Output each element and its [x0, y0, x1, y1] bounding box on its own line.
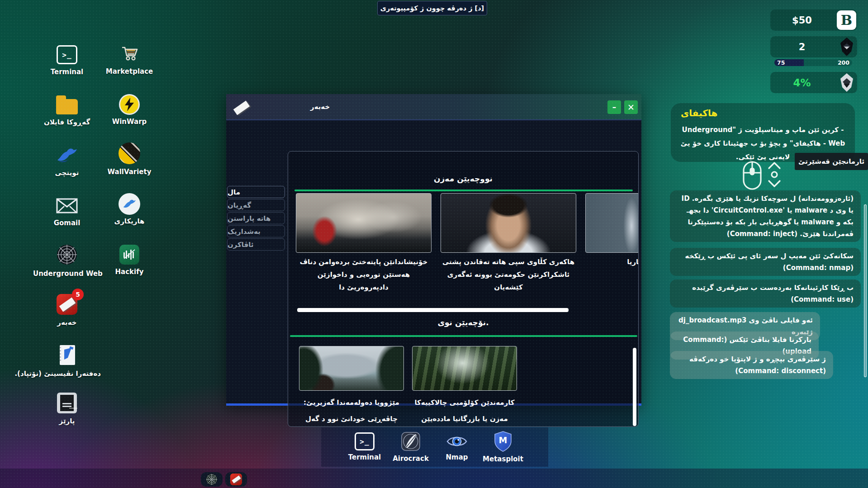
horizontal-scrollbar[interactable]: [297, 308, 569, 312]
icon-label: تويتچى: [33, 169, 101, 177]
tutorial-scrollbar[interactable]: [864, 204, 867, 377]
icon-label: خەبەر: [33, 318, 101, 327]
desktop-icon-terminal[interactable]: >_ Terminal: [33, 43, 101, 76]
coin-letter: B: [841, 12, 852, 28]
news-window: خەبەر – ✕ مال گەڕيان هاتە پاراستن بەشدار…: [226, 94, 641, 406]
tutorial-title: هاكيفاى: [681, 108, 717, 118]
desktop-icon-marketplace[interactable]: Marketplace: [95, 42, 163, 76]
tab-search[interactable]: گەڕيان: [227, 199, 285, 211]
article-caption: مێژوويا دەولەمەندا گەزيريێ: چاڤەڕێى خودا…: [299, 394, 404, 427]
taskbar-item-underground-web[interactable]: [201, 472, 223, 487]
icon-label: Underground Web: [33, 270, 101, 278]
desktop-icon-notepad[interactable]: دەفتەرا نڤيسينێ (نۆتپاد).: [33, 344, 101, 378]
dock-label: Terminal: [340, 453, 389, 461]
equalizer-bars-icon: [118, 243, 141, 266]
news-app-icon: [231, 97, 251, 117]
app-dock: >_ Terminal Airocrack Nmap M Metasploit: [321, 427, 548, 467]
icon-label: Terminal: [33, 68, 101, 76]
desktop-icon-gomail[interactable]: Gomail: [33, 194, 101, 227]
dock-item-metasploit[interactable]: M Metasploit: [478, 431, 528, 463]
window-titlebar[interactable]: خەبەر – ✕: [226, 94, 641, 120]
xp-progressbar: 75 200: [774, 59, 852, 66]
article-card[interactable]: مێژوويا دەولەمەندا گەزيريێ: چاڤەڕێى خودا…: [299, 346, 404, 427]
dock-item-airocrack[interactable]: Airocrack: [386, 431, 436, 463]
tab-saved[interactable]: هاتە پاراستن: [227, 212, 285, 224]
desktop-icon-helper[interactable]: هاريكارى: [95, 193, 163, 225]
lightning-icon: [118, 93, 141, 116]
wallpaper-app-icon: [118, 142, 141, 165]
taskbar: [0, 469, 868, 488]
feather-icon: [400, 431, 421, 452]
svg-text:M: M: [499, 435, 508, 445]
article-image-profile: [585, 193, 639, 253]
shield-m-icon: M: [493, 431, 513, 452]
desktop-icon-file-explorer[interactable]: گەڕوکا فايلان: [33, 93, 101, 126]
desktop-icon-wallvariety[interactable]: WallVariety: [95, 142, 163, 176]
hummingbird-icon: [118, 193, 141, 215]
news-feed-panel: نووچەيێن مەزن خۆنيشاندانێن پايتەختێ بردە…: [288, 151, 639, 427]
article-image-island: [299, 346, 404, 391]
icon-label: پارێز: [33, 417, 101, 425]
article-card[interactable]: هاكەرى كڵاوى سپى هاتە تەقاندن پشتى ئاشكر…: [441, 193, 576, 294]
level-value: 2: [770, 36, 834, 57]
section-divider: [290, 335, 637, 337]
step-inject: (ئارەزوومەندانە) ل سوچەكا نزيك يا هێزى ب…: [670, 190, 861, 242]
tab-create[interactable]: ئاڤاكرن: [227, 238, 285, 251]
section-title-big-news: نووچەيێن مەزن: [288, 174, 638, 183]
tab-participate[interactable]: بەشداريک: [227, 225, 285, 237]
spider-web-icon: [205, 473, 218, 486]
article-card[interactable]: رسڤا تۆمەتباريا: [585, 193, 639, 268]
notepad-icon: [56, 344, 78, 366]
icon-label: Gomail: [33, 219, 101, 227]
article-card[interactable]: خۆنيشاندانێن پايتەختێ بردەوامن دناڤ هەست…: [296, 193, 432, 294]
desktop-icon-twitchy[interactable]: تويتچى: [33, 144, 101, 177]
skill-card: 4%: [770, 72, 857, 93]
dock-label: Nmap: [432, 453, 482, 461]
article-caption: خۆنيشاندانێن پايتەختێ بردەوامن دناڤ هەست…: [296, 256, 432, 294]
window-body: مال گەڕيان هاتە پاراستن بەشداريک ئاڤاكرن…: [226, 120, 641, 403]
desktop-icon-news[interactable]: 5 خەبەر: [33, 293, 101, 327]
article-image-protest: [296, 193, 432, 253]
icon-label: Marketplace: [95, 67, 163, 76]
section-title-new-news: نۆچەيێن نوى.: [288, 318, 638, 327]
dock-item-terminal[interactable]: >_ Terminal: [340, 431, 389, 461]
article-card[interactable]: كارمەندێن كۆلۆمبى چالاكييەكا مەزن يا باز…: [412, 346, 517, 427]
icon-label: دەفتەرا نڤيسينێ (نۆتپاد).: [33, 370, 101, 378]
xp-current: 75: [777, 59, 785, 66]
icon-label: WinWarp: [95, 118, 163, 126]
taskbar-item-news[interactable]: [225, 472, 247, 487]
desktop-icon-parez[interactable]: پارێز: [33, 392, 101, 425]
skill-value: 4%: [770, 72, 834, 93]
dock-item-nmap[interactable]: Nmap: [432, 431, 482, 461]
article-caption: هاكەرى كڵاوى سپى هاتە تەقاندن پشتى ئاشكر…: [441, 256, 576, 294]
exit-computer-hint: [د] ژ دەرڤە چوون ژ كۆمپيوتەرى: [377, 1, 487, 15]
notification-badge: 5: [72, 289, 84, 300]
news-app-icon: 5: [56, 293, 78, 316]
minimize-button[interactable]: –: [607, 100, 621, 114]
dock-label: Metasploit: [478, 455, 528, 463]
desktop-icon-hackify[interactable]: Hackify: [95, 243, 163, 276]
terminal-icon: >_: [354, 431, 375, 452]
icon-label: گەڕوکا فايلان: [33, 118, 101, 126]
tab-home[interactable]: مال: [227, 186, 285, 198]
folder-icon: [56, 93, 78, 116]
shopping-cart-icon: [118, 42, 141, 64]
window-title: خەبەر: [310, 94, 330, 119]
mouse-scroll-hint-icon: [736, 160, 787, 191]
game-desktop: [د] ژ دەرڤە چوون ژ كۆمپيوتەرى $50 B 2 75…: [0, 0, 868, 488]
vertical-scrollbar[interactable]: [633, 348, 636, 426]
close-button[interactable]: ✕: [624, 100, 638, 114]
step-disconnect: ژ سێرڤەرى بپچڕە و ژ لاپتۆپا خو دەركەڤە (…: [670, 351, 833, 379]
desktop-icon-winwarp[interactable]: WinWarp: [95, 93, 163, 126]
article-image-forest: [412, 346, 517, 391]
section-divider: [294, 190, 633, 191]
spider-web-icon: [56, 243, 78, 266]
hidden-objectives-tooltip: ئارمانجێن قەشێرتێ: [795, 153, 868, 170]
desktop-icon-underground-web[interactable]: Underground Web: [33, 243, 101, 278]
icon-label: Hackify: [95, 268, 163, 276]
coin-icon: B: [837, 10, 856, 30]
step-use: ب ڕێكا كارئينانەكا بەردەست ب سێرڤەرى گرێ…: [670, 280, 861, 308]
level-card: 2: [770, 36, 857, 57]
step-nmap: سكانەكێ ئێن مەيپ ل سەر ئاى پى ئێكس ب ڕێك…: [670, 248, 861, 276]
dock-label: Airocrack: [386, 455, 436, 463]
